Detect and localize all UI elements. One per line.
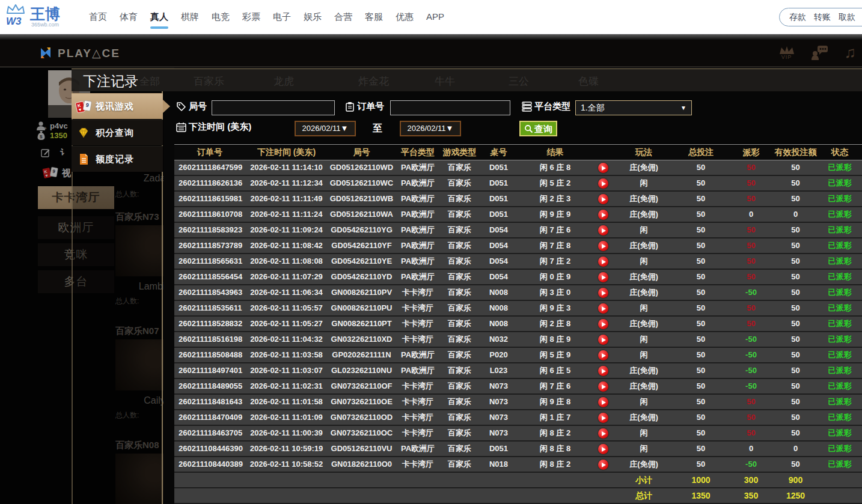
cell-payout: -50 [729,457,774,472]
cell-result: 闲 5 庄 9 [518,348,592,362]
cell-platform: 卡卡湾厅 [396,426,440,440]
replay-play-icon[interactable] [598,303,608,314]
replay-play-icon[interactable] [598,178,608,189]
cell-total-bet: 50 [673,332,729,347]
chat-icon[interactable] [811,45,829,61]
cell-platform: 卡卡湾厅 [396,332,440,347]
replay-play-icon[interactable] [598,444,608,454]
replay-play-icon[interactable] [598,225,608,235]
replay-play-icon[interactable] [598,335,608,345]
music-icon[interactable] [845,43,857,62]
nav-item-2[interactable]: 体育 [118,0,139,34]
background-tab-5: 牛牛 [435,74,455,88]
nav-item-7[interactable]: 电子 [272,0,292,34]
calendar-icon [176,122,186,132]
cell-game-type: 百家乐 [440,270,479,284]
replay-play-icon[interactable] [598,366,608,376]
cell-replay [592,426,614,440]
cell-play-type: 闲 [614,426,673,440]
search-button[interactable]: 查询 [519,121,557,136]
replay-play-icon[interactable] [598,413,608,423]
replay-play-icon[interactable] [598,194,608,204]
nav-item-8[interactable]: 娱乐 [302,0,323,34]
cell-payout: 50 [729,254,774,269]
cell-platform: 卡卡湾厅 [396,301,440,315]
nav-item-9[interactable]: 合营 [333,0,353,34]
sidebar-item-2[interactable]: 积分查询 [72,120,163,145]
table-row: 2602111184974012026-02-11 11:03:07GL0232… [174,363,862,379]
cell-replay [592,223,614,237]
cell-valid-bet: 50 [774,238,818,253]
replay-play-icon[interactable] [598,272,608,282]
platform-type-select[interactable]: 1.全部 ▼ [575,100,692,115]
cell-play-type: 庄(免佣) [614,160,673,175]
replay-play-icon[interactable] [598,381,608,392]
cell-replay [592,317,614,331]
cell-bet-time: 2026-02-11 11:12:34 [245,176,328,190]
cell-status: 已派彩 [818,317,862,331]
replay-play-icon[interactable] [598,288,608,298]
round-number-input[interactable] [212,100,335,115]
cell-game-type: 百家乐 [440,457,479,472]
cell-result: 闲 8 庄 8 [518,442,592,456]
cell-table-no: N008 [479,301,518,315]
replay-play-icon[interactable] [598,428,608,439]
cell-replay [592,176,614,190]
col-header-play_type: 玩法 [614,145,673,160]
sidebar-item-3[interactable]: 额度记录 [72,146,163,172]
date-dropdown-arrow: ▼ [341,124,349,133]
replay-play-icon[interactable] [598,241,608,251]
replay-play-icon[interactable] [598,397,608,407]
order-number-input[interactable] [390,100,510,115]
sidebar-item-1[interactable]: K♥9视讯游戏 [72,93,163,119]
playace-logo: PLAY△CE [38,46,120,60]
replay-play-icon[interactable] [598,210,608,220]
cell-order-no: 260211118497401 [174,363,245,378]
replay-play-icon[interactable] [598,350,608,360]
cell-bet-time: 2026-02-11 11:08:08 [245,254,328,269]
nav-item-1[interactable]: 首页 [88,0,108,34]
background-tab-7: 色碟 [578,74,599,88]
cell-game-type: 百家乐 [440,410,479,425]
date-from-picker[interactable]: 2026/02/11▼ [295,121,356,136]
replay-play-icon[interactable] [598,163,608,173]
cell-round-no: GD051262110VU [328,442,396,456]
cell-status: 已派彩 [818,238,862,253]
nav-item-10[interactable]: 客服 [364,0,384,34]
wallet-action-2[interactable]: 转账 [814,12,831,23]
nav-item-12[interactable]: APP [425,0,445,34]
cell-result: 闲 5 庄 2 [518,176,592,190]
gem-icon [72,127,96,138]
col-header-status: 状态 [818,145,862,160]
replay-play-icon[interactable] [598,460,608,470]
nav-item-3[interactable]: 真人 [149,0,170,34]
wallet-action-1[interactable]: 存款 [789,12,806,23]
wallet-action-3[interactable]: 取款 [839,12,855,23]
date-to-picker[interactable]: 2026/02/11▼ [400,121,461,136]
brand-logo[interactable]: W3 王博 365wb.com [5,4,60,30]
cell-game-type: 百家乐 [440,379,479,393]
cell-valid-bet: 50 [774,254,818,269]
cell-replay [592,192,614,206]
cell-empty [592,473,614,487]
vip-icon[interactable]: VIP [778,45,795,60]
cell-replay [592,301,614,315]
col-header-payout: 派彩 [729,145,774,160]
cell-empty [245,488,328,503]
cell-status: 已派彩 [818,395,862,409]
nav-item-6[interactable]: 彩票 [241,0,261,34]
cell-status: 已派彩 [818,207,862,222]
cell-empty [328,473,396,487]
cell-replay [592,270,614,284]
cell-result: 闲 6 庄 5 [518,363,592,378]
cell-payout: 50 [729,176,774,190]
replay-play-icon[interactable] [598,319,608,329]
cell-total-bet: 50 [673,192,729,206]
nav-item-4[interactable]: 棋牌 [180,0,200,34]
cell-valid-bet: 50 [774,348,818,362]
nav-item-5[interactable]: 电竞 [210,0,231,34]
cell-platform: PA欧洲厅 [396,363,440,378]
cell-bet-time: 2026-02-11 11:11:24 [245,207,328,222]
replay-play-icon[interactable] [598,257,608,267]
nav-item-11[interactable]: 优惠 [394,0,415,34]
